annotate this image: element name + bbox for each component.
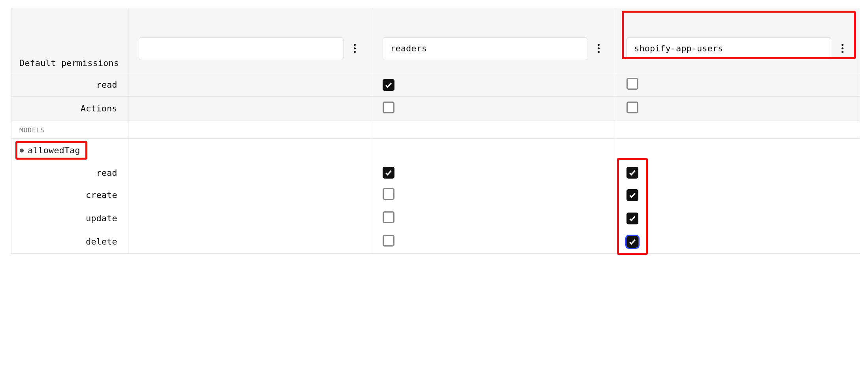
role-header-0 bbox=[128, 8, 372, 73]
default-permission-row: Actions bbox=[11, 97, 860, 120]
checkbox[interactable] bbox=[626, 213, 638, 224]
model-name-cell: allowedTag bbox=[11, 139, 128, 162]
permission-label: delete bbox=[11, 230, 128, 254]
role-name-input-2[interactable] bbox=[626, 37, 831, 60]
checkbox[interactable] bbox=[383, 79, 394, 91]
model-permission-row: update bbox=[11, 207, 860, 230]
header-row: Default permissions bbox=[11, 8, 860, 73]
checkbox[interactable] bbox=[383, 235, 394, 247]
role-menu-button-1[interactable] bbox=[591, 37, 606, 60]
section-label-cell: MODELS bbox=[11, 120, 128, 139]
kebab-icon bbox=[842, 44, 843, 53]
permission-label: update bbox=[11, 207, 128, 230]
permission-cell-1-2 bbox=[616, 97, 860, 120]
model-name-highlight: allowedTag bbox=[15, 141, 87, 160]
permission-cell-0-1 bbox=[372, 73, 616, 97]
role-header-1 bbox=[372, 8, 616, 73]
model-perm-cell-1-1 bbox=[372, 183, 616, 207]
permission-cell-0-2 bbox=[616, 73, 860, 97]
permissions-table: Default permissions bbox=[11, 8, 860, 254]
checkbox[interactable] bbox=[626, 102, 638, 113]
default-permissions-heading: Default permissions bbox=[19, 58, 120, 68]
kebab-icon bbox=[598, 44, 600, 53]
permission-label: read bbox=[11, 73, 128, 97]
model-permission-row: create bbox=[11, 183, 860, 207]
model-perm-cell-0-1 bbox=[372, 162, 616, 183]
permission-label: read bbox=[11, 162, 128, 183]
model-perm-cell-2-0 bbox=[128, 207, 372, 230]
checkbox[interactable] bbox=[383, 102, 394, 113]
dot-icon bbox=[20, 149, 24, 152]
role-name-input-1[interactable] bbox=[383, 37, 587, 60]
checkbox[interactable] bbox=[626, 167, 638, 179]
model-perm-cell-3-0 bbox=[128, 230, 372, 254]
permissions-table-wrap: Default permissions bbox=[0, 0, 868, 262]
checkbox[interactable] bbox=[626, 78, 638, 90]
checkbox[interactable] bbox=[383, 167, 394, 179]
permission-cell-1-1 bbox=[372, 97, 616, 120]
model-perm-cell-3-2 bbox=[616, 230, 860, 254]
model-perm-cell-1-2 bbox=[616, 183, 860, 207]
model-perm-cell-1-0 bbox=[128, 183, 372, 207]
model-permission-row: read bbox=[11, 162, 860, 183]
checkbox[interactable] bbox=[626, 189, 638, 201]
model-perm-cell-2-2 bbox=[616, 207, 860, 230]
model-perm-cell-0-2 bbox=[616, 162, 860, 183]
role-name-input-0[interactable] bbox=[139, 37, 343, 60]
model-row: allowedTag bbox=[11, 139, 860, 162]
default-permission-row: read bbox=[11, 73, 860, 97]
model-perm-cell-3-1 bbox=[372, 230, 616, 254]
kebab-icon bbox=[354, 44, 356, 53]
default-permissions-heading-cell: Default permissions bbox=[11, 8, 128, 73]
model-perm-cell-2-1 bbox=[372, 207, 616, 230]
permission-label: Actions bbox=[11, 97, 128, 120]
role-header-2 bbox=[616, 8, 860, 73]
model-perm-cell-0-0 bbox=[128, 162, 372, 183]
model-name: allowedTag bbox=[28, 145, 80, 155]
checkbox[interactable] bbox=[383, 188, 394, 200]
role-menu-button-0[interactable] bbox=[347, 37, 362, 60]
section-label: MODELS bbox=[19, 126, 45, 134]
section-row-models: MODELS bbox=[11, 120, 860, 139]
checkbox[interactable] bbox=[383, 211, 394, 223]
model-permission-row: delete bbox=[11, 230, 860, 254]
checkbox[interactable] bbox=[626, 236, 638, 248]
role-menu-button-2[interactable] bbox=[835, 37, 849, 60]
permission-cell-1-0 bbox=[128, 97, 372, 120]
permission-cell-0-0 bbox=[128, 73, 372, 97]
permission-label: create bbox=[11, 183, 128, 207]
